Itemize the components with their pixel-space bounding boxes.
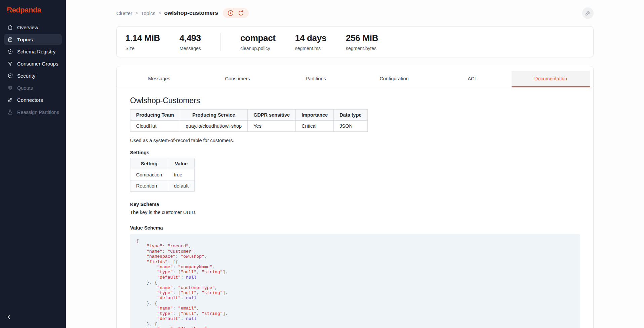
- column-header: Producing Team: [130, 110, 180, 121]
- schema-registry-icon: [7, 49, 13, 54]
- tab-partitions[interactable]: Partitions: [277, 71, 355, 87]
- table-cell: default: [168, 180, 195, 192]
- value-schema-heading: Value Schema: [130, 225, 580, 231]
- table-row: Retentiondefault: [130, 180, 195, 192]
- refresh-button[interactable]: [238, 10, 244, 16]
- doc-title: Owlshop-Customers: [130, 96, 580, 105]
- tab-bar: MessagesConsumersPartitionsConfiguration…: [117, 71, 593, 87]
- table-cell: JSON: [334, 121, 367, 132]
- sidebar-footer: [0, 309, 66, 328]
- quotas-icon: [7, 85, 13, 91]
- logo-text: Redpanda: [7, 6, 41, 14]
- stat-value: 14 days: [295, 33, 326, 43]
- tab-configuration[interactable]: Configuration: [355, 71, 433, 87]
- column-header: GDPR sensitive: [248, 110, 296, 121]
- topic-description: Used as a system-of-record table for cus…: [130, 138, 580, 143]
- key-schema-text: The key is the customer UUID.: [130, 210, 580, 215]
- stats-card: 1.14 MiBSize4,493Messagescompactcleanup.…: [116, 26, 594, 57]
- sidebar-item-label: Topics: [17, 37, 33, 42]
- sidebar: Redpanda OverviewTopicsSchema RegistryCo…: [0, 0, 66, 328]
- stat-cleanup-policy: compactcleanup.policy: [240, 33, 276, 51]
- sidebar-item-label: Schema Registry: [17, 49, 55, 54]
- sidebar-collapse-button[interactable]: [5, 313, 13, 323]
- breadcrumb-item-topics[interactable]: Topics: [141, 10, 156, 16]
- sidebar-item-consumer-groups[interactable]: Consumer Groups: [4, 58, 62, 69]
- column-header: Data type: [334, 110, 367, 121]
- stat-divider: [220, 33, 221, 51]
- breadcrumb: Cluster>Topics>owlshop-customers: [116, 10, 218, 16]
- key-schema-heading: Key Schema: [130, 202, 580, 207]
- stat-value: 256 MiB: [346, 33, 378, 43]
- produce-record-button[interactable]: [227, 10, 234, 16]
- table-cell: Compaction: [130, 169, 168, 180]
- table-row: CloudHutquay.io/cloudhut/owl-shopYesCrit…: [130, 121, 368, 132]
- sidebar-item-label: Security: [17, 73, 35, 79]
- settings-button[interactable]: [582, 7, 594, 19]
- wrench-icon: [585, 10, 591, 16]
- sidebar-item-label: Quotas: [17, 85, 33, 91]
- tab-consumers[interactable]: Consumers: [198, 71, 277, 87]
- redpanda-logo: Redpanda: [0, 0, 66, 18]
- sidebar-nav: OverviewTopicsSchema RegistryConsumer Gr…: [0, 18, 66, 118]
- column-header: Producing Service: [180, 110, 248, 121]
- sidebar-item-security[interactable]: Security: [4, 70, 62, 81]
- stat-label: cleanup.policy: [240, 46, 276, 51]
- settings-heading: Settings: [130, 150, 580, 155]
- sidebar-item-label: Consumer Groups: [17, 61, 58, 67]
- documentation-content: Owlshop-Customers Producing TeamProducin…: [117, 87, 593, 328]
- reassign-partitions-icon: [7, 109, 13, 115]
- consumer-groups-icon: [7, 61, 13, 67]
- table-cell: quay.io/cloudhut/owl-shop: [180, 121, 248, 132]
- sidebar-item-quotas[interactable]: Quotas: [4, 82, 62, 93]
- breadcrumb-item-cluster[interactable]: Cluster: [116, 10, 132, 16]
- stat-label: segment.ms: [295, 46, 326, 51]
- sidebar-item-schema-registry[interactable]: Schema Registry: [4, 46, 62, 57]
- table-cell: Yes: [248, 121, 296, 132]
- stat-segment-bytes: 256 MiBsegment.bytes: [346, 33, 378, 51]
- topics-icon: [7, 37, 13, 42]
- settings-table: SettingValueCompactiontrueRetentiondefau…: [130, 158, 195, 192]
- sidebar-item-overview[interactable]: Overview: [4, 22, 62, 33]
- sidebar-item-reassign-partitions[interactable]: Reassign Partitions: [4, 107, 62, 118]
- stat-value: 1.14 MiB: [125, 33, 160, 43]
- stat-label: Messages: [179, 46, 201, 51]
- table-cell: Critical: [296, 121, 334, 132]
- security-icon: [7, 73, 13, 79]
- tab-acl[interactable]: ACL: [433, 71, 512, 87]
- table-cell: Retention: [130, 180, 168, 192]
- value-schema-code: { "type": "record", "name": "Customer", …: [130, 234, 580, 328]
- column-header: Importance: [296, 110, 334, 121]
- sidebar-item-connectors[interactable]: Connectors: [4, 94, 62, 106]
- breadcrumb-separator-icon: >: [135, 10, 138, 16]
- breadcrumb-row: Cluster>Topics>owlshop-customers: [116, 8, 249, 18]
- refresh-icon: [238, 10, 244, 16]
- stat-value: 4,493: [179, 33, 201, 43]
- table-cell: true: [168, 169, 195, 180]
- stat-segment-ms: 14 dayssegment.ms: [295, 33, 326, 51]
- sidebar-item-label: Overview: [17, 25, 38, 30]
- stat-label: segment.bytes: [346, 46, 378, 51]
- sidebar-item-label: Reassign Partitions: [17, 110, 59, 115]
- chevron-left-icon: [6, 314, 12, 320]
- stat-value: compact: [240, 33, 276, 43]
- stat-size: 1.14 MiBSize: [125, 33, 160, 51]
- tab-documentation[interactable]: Documentation: [512, 71, 590, 87]
- column-header: Setting: [130, 158, 168, 169]
- stat-messages: 4,493Messages: [179, 33, 201, 51]
- tab-messages[interactable]: Messages: [120, 71, 198, 87]
- sidebar-item-topics[interactable]: Topics: [4, 34, 62, 45]
- sidebar-item-label: Connectors: [17, 97, 43, 103]
- play-circle-icon: [227, 10, 234, 16]
- topic-info-table: Producing TeamProducing ServiceGDPR sens…: [130, 109, 368, 132]
- breadcrumb-separator-icon: >: [158, 10, 161, 16]
- column-header: Value: [168, 158, 195, 169]
- connectors-icon: [7, 97, 13, 103]
- stat-label: Size: [125, 46, 160, 51]
- breadcrumb-item-owlshop-customers: owlshop-customers: [164, 10, 218, 16]
- table-row: Compactiontrue: [130, 169, 195, 180]
- topic-detail-card: MessagesConsumersPartitionsConfiguration…: [116, 66, 594, 328]
- topic-actions: [223, 8, 249, 18]
- page-header: Cluster>Topics>owlshop-customers: [66, 0, 644, 19]
- home-icon: [7, 25, 13, 30]
- main-area: Cluster>Topics>owlshop-customers 1.14 Mi…: [66, 0, 644, 328]
